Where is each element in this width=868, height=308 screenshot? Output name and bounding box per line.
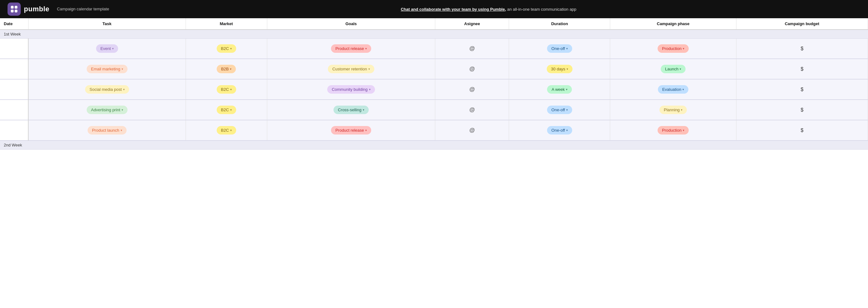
goals-pill[interactable]: Customer retention ▾ <box>328 65 374 73</box>
task-pill[interactable]: Advertising print ▾ <box>87 106 127 114</box>
header-title: Campaign calendar template <box>57 6 109 12</box>
market-cell: B2C ▾ <box>186 39 267 59</box>
phase-cell: Evaluation ▾ <box>610 79 736 100</box>
duration-pill[interactable]: One-off ▾ <box>547 44 572 53</box>
task-pill[interactable]: Event ▾ <box>96 44 118 53</box>
logo-text: pumble <box>24 5 49 13</box>
duration-pill[interactable]: 30 days ▾ <box>547 65 573 73</box>
table-row: Product launch ▾B2C ▾Product release ▾@O… <box>0 120 868 140</box>
col-market: Market <box>186 18 267 30</box>
budget-value: $ <box>801 46 803 51</box>
col-asignee: Asignee <box>435 18 509 30</box>
task-cell: Social media post ▾ <box>28 79 186 100</box>
market-pill[interactable]: B2B ▾ <box>217 65 236 73</box>
market-pill[interactable]: B2C ▾ <box>217 85 236 94</box>
duration-cell: A week ▾ <box>509 79 610 100</box>
app-header: pumble Campaign calendar template Chat a… <box>0 0 868 18</box>
col-goals: Goals <box>267 18 435 30</box>
market-pill[interactable]: B2C ▾ <box>217 126 236 135</box>
asignee-cell: @ <box>435 39 509 59</box>
col-budget: Campaign budget <box>736 18 868 30</box>
task-pill[interactable]: Email marketing ▾ <box>87 65 127 73</box>
budget-value: $ <box>801 66 803 72</box>
phase-pill[interactable]: Production ▾ <box>658 126 689 135</box>
market-cell: B2C ▾ <box>186 79 267 100</box>
budget-value: $ <box>801 87 803 92</box>
market-pill[interactable]: B2C ▾ <box>217 44 236 53</box>
budget-cell: $ <box>736 100 868 120</box>
asignee-cell: @ <box>435 100 509 120</box>
asignee-icon: @ <box>469 66 475 72</box>
duration-cell: One-off ▾ <box>509 120 610 140</box>
goals-pill[interactable]: Community building ▾ <box>327 85 375 94</box>
task-cell: Advertising print ▾ <box>28 100 186 120</box>
goals-cell: Customer retention ▾ <box>267 59 435 79</box>
task-pill[interactable]: Product launch ▾ <box>88 126 127 135</box>
table-container: Date Task Market Goals Asignee Duration … <box>0 18 868 149</box>
task-cell: Product launch ▾ <box>28 120 186 140</box>
asignee-cell: @ <box>435 79 509 100</box>
budget-cell: $ <box>736 59 868 79</box>
goals-cell: Product release ▾ <box>267 39 435 59</box>
phase-cell: Planning ▾ <box>610 100 736 120</box>
asignee-icon: @ <box>469 45 475 52</box>
header-promo-rest: an all-in-one team communication app <box>507 7 576 11</box>
date-cell <box>0 100 28 120</box>
date-cell <box>0 39 28 59</box>
market-cell: B2C ▾ <box>186 120 267 140</box>
asignee-cell: @ <box>435 120 509 140</box>
goals-pill[interactable]: Product release ▾ <box>331 44 371 53</box>
table-row: Email marketing ▾B2B ▾Customer retention… <box>0 59 868 79</box>
asignee-icon: @ <box>469 86 475 92</box>
date-cell <box>0 59 28 79</box>
phase-pill[interactable]: Production ▾ <box>658 44 689 53</box>
duration-pill[interactable]: A week ▾ <box>547 85 572 94</box>
week-label-row: 2nd Week <box>0 140 868 149</box>
budget-value: $ <box>801 107 803 113</box>
market-pill[interactable]: B2C ▾ <box>217 106 236 114</box>
svg-rect-2 <box>11 10 14 12</box>
header-promo-link[interactable]: Chat and collaborate with your team by u… <box>401 7 506 11</box>
budget-value: $ <box>801 128 803 133</box>
budget-cell: $ <box>736 120 868 140</box>
date-cell <box>0 79 28 100</box>
table-row: Social media post ▾B2C ▾Community buildi… <box>0 79 868 100</box>
duration-pill[interactable]: One-off ▾ <box>547 126 572 135</box>
budget-cell: $ <box>736 79 868 100</box>
table-row: Advertising print ▾B2C ▾Cross-selling ▾@… <box>0 100 868 120</box>
logo-area: pumble <box>7 2 49 16</box>
header-promo: Chat and collaborate with your team by u… <box>117 7 861 11</box>
duration-cell: One-off ▾ <box>509 100 610 120</box>
goals-pill[interactable]: Cross-selling ▾ <box>334 106 369 114</box>
budget-cell: $ <box>736 39 868 59</box>
table-header: Date Task Market Goals Asignee Duration … <box>0 18 868 30</box>
duration-pill[interactable]: One-off ▾ <box>547 106 572 114</box>
task-pill[interactable]: Social media post ▾ <box>85 85 129 94</box>
goals-cell: Cross-selling ▾ <box>267 100 435 120</box>
asignee-icon: @ <box>469 127 475 133</box>
col-phase: Campaign phase <box>610 18 736 30</box>
campaign-table: Date Task Market Goals Asignee Duration … <box>0 18 868 149</box>
duration-cell: 30 days ▾ <box>509 59 610 79</box>
svg-rect-0 <box>11 6 14 9</box>
phase-pill[interactable]: Evaluation ▾ <box>658 85 689 94</box>
svg-rect-1 <box>15 6 18 9</box>
phase-pill[interactable]: Planning ▾ <box>659 106 687 114</box>
week-label-row: 1st Week <box>0 30 868 39</box>
phase-cell: Production ▾ <box>610 120 736 140</box>
col-date: Date <box>0 18 28 30</box>
asignee-icon: @ <box>469 107 475 113</box>
svg-rect-3 <box>15 10 18 12</box>
task-cell: Email marketing ▾ <box>28 59 186 79</box>
pumble-logo-icon <box>7 2 21 16</box>
goals-cell: Product release ▾ <box>267 120 435 140</box>
phase-pill[interactable]: Launch ▾ <box>661 65 686 73</box>
phase-cell: Production ▾ <box>610 39 736 59</box>
col-duration: Duration <box>509 18 610 30</box>
task-cell: Event ▾ <box>28 39 186 59</box>
market-cell: B2B ▾ <box>186 59 267 79</box>
table-body: 1st WeekEvent ▾B2C ▾Product release ▾@On… <box>0 30 868 149</box>
date-cell <box>0 120 28 140</box>
table-row: Event ▾B2C ▾Product release ▾@One-off ▾P… <box>0 39 868 59</box>
goals-pill[interactable]: Product release ▾ <box>331 126 371 135</box>
